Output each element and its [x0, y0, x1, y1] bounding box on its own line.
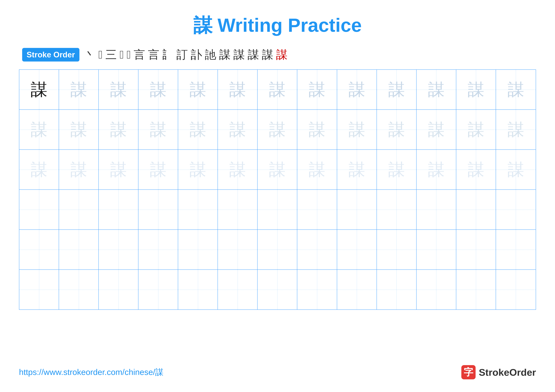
cell-1-11[interactable]: 謀	[416, 70, 456, 109]
char-guide: 謀	[508, 81, 524, 98]
cell-1-5[interactable]: 謀	[178, 70, 218, 109]
cell-6-6[interactable]	[218, 270, 258, 309]
cell-5-2[interactable]	[59, 230, 99, 270]
cell-1-3[interactable]: 謀	[99, 70, 139, 109]
cell-5-7[interactable]	[258, 230, 297, 270]
cell-2-8[interactable]: 謀	[297, 110, 337, 150]
cell-3-6[interactable]: 謀	[218, 150, 258, 189]
cell-4-6[interactable]	[218, 190, 258, 229]
cell-6-3[interactable]	[99, 270, 139, 309]
cell-1-1[interactable]: 謀	[19, 70, 59, 109]
cell-6-7[interactable]	[258, 270, 297, 309]
cell-3-8[interactable]: 謀	[297, 150, 337, 189]
cell-5-1[interactable]	[19, 230, 59, 270]
cell-3-12[interactable]: 謀	[456, 150, 496, 189]
cell-3-10[interactable]: 謀	[377, 150, 416, 189]
cell-6-5[interactable]	[178, 270, 218, 309]
cell-5-5[interactable]	[178, 230, 218, 270]
cell-3-1[interactable]: 謀	[19, 150, 59, 189]
page: 謀 Writing Practice Stroke Order 丶 𠄌 三 𠃍 …	[0, 0, 555, 392]
cell-2-7[interactable]: 謀	[258, 110, 297, 150]
stroke-13: 謀	[233, 49, 245, 60]
cell-6-11[interactable]	[416, 270, 456, 309]
cell-1-13[interactable]: 謀	[496, 70, 536, 109]
cell-2-4[interactable]: 謀	[139, 110, 178, 150]
cell-6-10[interactable]	[377, 270, 416, 309]
char-guide: 謀	[190, 161, 206, 178]
grid-row-1: 謀 謀 謀 謀 謀 謀 謀 謀 謀 謀 謀 謀 謀	[19, 70, 536, 110]
cell-3-7[interactable]: 謀	[258, 150, 297, 189]
cell-4-11[interactable]	[416, 190, 456, 229]
cell-1-9[interactable]: 謀	[337, 70, 377, 109]
cell-1-4[interactable]: 謀	[139, 70, 178, 109]
cell-5-6[interactable]	[218, 230, 258, 270]
cell-4-4[interactable]	[139, 190, 178, 229]
cell-2-1[interactable]: 謀	[19, 110, 59, 150]
cell-5-4[interactable]	[139, 230, 178, 270]
cell-2-13[interactable]: 謀	[496, 110, 536, 150]
cell-1-7[interactable]: 謀	[258, 70, 297, 109]
cell-3-11[interactable]: 謀	[416, 150, 456, 189]
cell-6-12[interactable]	[456, 270, 496, 309]
cell-4-5[interactable]	[178, 190, 218, 229]
cell-2-9[interactable]: 謀	[337, 110, 377, 150]
cell-6-1[interactable]	[19, 270, 59, 309]
cell-3-4[interactable]: 謀	[139, 150, 178, 189]
cell-2-11[interactable]: 謀	[416, 110, 456, 150]
cell-4-12[interactable]	[456, 190, 496, 229]
char-guide: 謀	[229, 161, 246, 178]
stroke-12: 謀	[219, 49, 231, 60]
cell-5-9[interactable]	[337, 230, 377, 270]
cell-2-10[interactable]: 謀	[377, 110, 416, 150]
cell-1-8[interactable]: 謀	[297, 70, 337, 109]
cell-2-5[interactable]: 謀	[178, 110, 218, 150]
cell-6-4[interactable]	[139, 270, 178, 309]
logo-text: StrokeOrder	[479, 367, 536, 378]
char-guide: 謀	[31, 161, 47, 178]
cell-4-2[interactable]	[59, 190, 99, 229]
cell-1-12[interactable]: 謀	[456, 70, 496, 109]
stroke-15: 謀	[262, 49, 273, 60]
cell-3-5[interactable]: 謀	[178, 150, 218, 189]
cell-5-3[interactable]	[99, 230, 139, 270]
cell-3-9[interactable]: 謀	[337, 150, 377, 189]
cell-4-10[interactable]	[377, 190, 416, 229]
cell-3-13[interactable]: 謀	[496, 150, 536, 189]
char-guide: 謀	[508, 121, 524, 138]
cell-4-13[interactable]	[496, 190, 536, 229]
cell-4-9[interactable]	[337, 190, 377, 229]
cell-4-7[interactable]	[258, 190, 297, 229]
char-guide: 謀	[70, 81, 87, 98]
cell-4-3[interactable]	[99, 190, 139, 229]
cell-2-3[interactable]: 謀	[99, 110, 139, 150]
footer-url[interactable]: https://www.strokeorder.com/chinese/謀	[19, 367, 163, 378]
cell-5-11[interactable]	[416, 230, 456, 270]
char-guide: 謀	[309, 81, 325, 98]
cell-5-8[interactable]	[297, 230, 337, 270]
cell-1-6[interactable]: 謀	[218, 70, 258, 109]
cell-5-13[interactable]	[496, 230, 536, 270]
char-guide: 謀	[190, 121, 206, 138]
practice-grid: 謀 謀 謀 謀 謀 謀 謀 謀 謀 謀 謀 謀 謀 謀 謀 謀 謀 謀 謀 謀 …	[19, 69, 536, 310]
char-guide: 謀	[388, 81, 405, 98]
cell-6-9[interactable]	[337, 270, 377, 309]
cell-5-10[interactable]	[377, 230, 416, 270]
cell-2-12[interactable]: 謀	[456, 110, 496, 150]
stroke-order-row: Stroke Order 丶 𠄌 三 𠃍 𠄌 言 言 訁 訂 訃 訑 謀 謀 謀…	[19, 48, 536, 62]
cell-6-13[interactable]	[496, 270, 536, 309]
cell-4-8[interactable]	[297, 190, 337, 229]
char-guide: 謀	[31, 121, 47, 138]
stroke-9: 訂	[176, 49, 188, 60]
cell-4-1[interactable]	[19, 190, 59, 229]
cell-6-2[interactable]	[59, 270, 99, 309]
cell-2-6[interactable]: 謀	[218, 110, 258, 150]
cell-5-12[interactable]	[456, 230, 496, 270]
cell-3-3[interactable]: 謀	[99, 150, 139, 189]
footer-logo: 字 StrokeOrder	[461, 365, 536, 379]
cell-1-2[interactable]: 謀	[59, 70, 99, 109]
cell-1-10[interactable]: 謀	[377, 70, 416, 109]
cell-2-2[interactable]: 謀	[59, 110, 99, 150]
cell-6-8[interactable]	[297, 270, 337, 309]
cell-3-2[interactable]: 謀	[59, 150, 99, 189]
char-guide: 謀	[150, 161, 167, 178]
